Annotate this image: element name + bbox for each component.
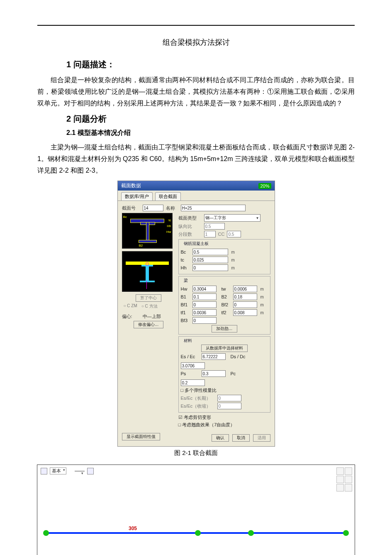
figure-2-2: 基本 305 bbox=[37, 465, 355, 555]
input-DsDc[interactable]: 3.0706 bbox=[181, 362, 205, 369]
input-Bf3[interactable]: 0 bbox=[192, 317, 217, 324]
label-section-name: 名称 bbox=[166, 205, 178, 211]
group-slab-title: 钢筋混凝土板 bbox=[183, 241, 210, 247]
check-shear[interactable]: 考虑剪切变形 bbox=[178, 414, 211, 421]
figure-2-1-caption: 图 2-1 联合截面 bbox=[0, 449, 392, 457]
section-preview-top: Bc tc Hh Hw B2 bbox=[122, 213, 173, 249]
input-tf1[interactable]: 0.0036 bbox=[192, 309, 217, 316]
toolbar-icon[interactable] bbox=[87, 468, 94, 474]
select-material-button[interactable]: 从数据库中选择材料 bbox=[201, 345, 248, 352]
group-beam-title: 梁 bbox=[183, 278, 189, 284]
input-Bf1[interactable]: 0 bbox=[192, 301, 217, 308]
select-section-type[interactable]: 钢—工字形▼ bbox=[204, 214, 261, 222]
input-section-name[interactable]: H+25 bbox=[181, 205, 246, 211]
input-section-id[interactable]: 14 bbox=[143, 205, 163, 211]
group-material-title: 材料 bbox=[183, 338, 193, 344]
secondary-dropdown[interactable] bbox=[75, 471, 85, 472]
layer-dropdown[interactable]: 基本 bbox=[50, 467, 66, 474]
input-EsEc[interactable]: 6.72222 bbox=[202, 353, 226, 360]
label-EsEc-long: Es/Ec（长期） bbox=[181, 395, 215, 401]
input-tw[interactable]: 0.0006 bbox=[233, 286, 257, 292]
support-node bbox=[195, 530, 201, 536]
show-section-props-button[interactable]: 显示截面特性值 bbox=[122, 433, 160, 440]
view-cube-cell[interactable] bbox=[345, 476, 352, 483]
heading-2-1-model-intro: 2.1 模型基本情况介绍 bbox=[66, 129, 392, 137]
paragraph-problem-desc: 组合梁是一种较复杂的结构，截面通常由两种不同材料结合或不同工序结合而成的，亦称为… bbox=[37, 74, 355, 109]
support-node bbox=[43, 530, 49, 536]
view-cube-cell[interactable] bbox=[345, 484, 352, 491]
input-B1[interactable]: 0.1 bbox=[192, 293, 217, 300]
dialog-title-text: 截面数据 bbox=[121, 182, 141, 189]
input-tc[interactable]: 0.025 bbox=[192, 257, 228, 263]
apply-button[interactable]: 适用 bbox=[253, 434, 270, 442]
input-Hw[interactable]: 0.3004 bbox=[192, 286, 217, 292]
support-node bbox=[248, 530, 254, 536]
figure-2-1: 截面数据 20% 数据库/用户 联合截面 截面号 14 名称 H+25 bbox=[117, 181, 275, 447]
dimension-label: 305 bbox=[129, 526, 137, 531]
label-offset: 偏心: bbox=[122, 313, 140, 320]
progress-badge: 20% bbox=[258, 183, 271, 189]
input-Ps[interactable]: 0.3 bbox=[202, 370, 226, 377]
label-EsEc-shrink: Es/Ec（收缩） bbox=[181, 403, 215, 409]
label-ratio: 纵向比 bbox=[178, 223, 202, 230]
tab-composite-section[interactable]: 联合截面 bbox=[155, 192, 181, 200]
view-cube-cell[interactable] bbox=[336, 467, 344, 475]
input-EsEc-shrink[interactable]: 0 bbox=[217, 403, 241, 409]
check-multi-E[interactable]: 多个弹性模量比 bbox=[181, 387, 217, 394]
page-top-rule bbox=[37, 25, 355, 26]
input-B2[interactable]: 0.18 bbox=[233, 293, 257, 300]
cancel-button[interactable]: 取消 bbox=[232, 434, 250, 442]
input-tf2[interactable]: 0.008 bbox=[233, 309, 257, 316]
group-slab: 钢筋混凝土板 Bc0.5m tc0.025m Hh0m bbox=[178, 239, 270, 274]
offset-value: 中—上部 bbox=[143, 313, 161, 320]
input-Bc[interactable]: 0.5 bbox=[192, 249, 228, 255]
add-stiffener-button[interactable]: 加劲肋… bbox=[212, 325, 237, 333]
tab-db-user[interactable]: 数据库/用户 bbox=[121, 192, 153, 200]
select-section-type-value: 钢—工字形 bbox=[205, 215, 226, 221]
input-Hh[interactable]: 0 bbox=[192, 264, 228, 271]
view-cube-cell[interactable] bbox=[336, 484, 344, 491]
view-cube-cell[interactable] bbox=[345, 467, 352, 475]
support-node bbox=[343, 530, 349, 536]
check-warping[interactable]: 考虑翘曲效果（7自由度） bbox=[178, 422, 235, 428]
label-section-type: 截面类型 bbox=[178, 215, 202, 221]
input-Bf2[interactable]: 0 bbox=[233, 301, 257, 308]
section-dialog: 截面数据 20% 数据库/用户 联合截面 截面号 14 名称 H+25 bbox=[117, 181, 275, 447]
label-cc: CC bbox=[218, 232, 225, 237]
doc-title: 组合梁模拟方法探讨 bbox=[0, 37, 392, 47]
layer-icon[interactable] bbox=[41, 468, 47, 474]
input-ratio[interactable]: 0.5 bbox=[204, 223, 225, 230]
view-cube-cell[interactable] bbox=[336, 476, 344, 483]
change-offset-button[interactable]: 修改偏心… bbox=[134, 321, 163, 328]
input-seg-b[interactable]: 0.5 bbox=[227, 231, 241, 237]
group-beam: 梁 Hw0.3004 tw0.0006m B10.1 B20.18m Bf10 bbox=[178, 276, 270, 335]
section-preview-bottom bbox=[122, 251, 173, 292]
ok-button[interactable]: 确认 bbox=[212, 434, 229, 442]
label-segments: 分段数 bbox=[178, 231, 202, 237]
label-section-id: 截面号 bbox=[122, 205, 140, 211]
viewport-toolbar: 基本 bbox=[41, 467, 94, 474]
input-seg-a[interactable]: 1 bbox=[204, 231, 216, 237]
radio-cfa[interactable]: C 方法 bbox=[141, 303, 158, 309]
dialog-tabs: 数据库/用户 联合截面 bbox=[118, 191, 275, 200]
heading-1-problem: 1 问题描述： bbox=[66, 59, 392, 70]
input-EsEc-long[interactable]: 0 bbox=[217, 395, 241, 401]
heading-2-analysis: 2 问题分析 bbox=[66, 113, 392, 125]
group-material: 材料 从数据库中选择材料 Es / Ec6.72222 Ds / Dc3.070… bbox=[178, 336, 270, 413]
input-Pc[interactable]: 0.2 bbox=[181, 379, 205, 386]
radio-czm[interactable]: C ZM bbox=[124, 303, 137, 309]
dialog-titlebar: 截面数据 20% bbox=[118, 181, 275, 191]
calc-centroid-button[interactable]: 算了中心 bbox=[136, 294, 161, 302]
view-cube-panel bbox=[336, 467, 352, 491]
paragraph-model-intro: 主梁为钢—混凝土组合结构，截面由工字型钢梁和混凝土桥面板结合而成，联合截面尺寸数… bbox=[37, 142, 355, 176]
